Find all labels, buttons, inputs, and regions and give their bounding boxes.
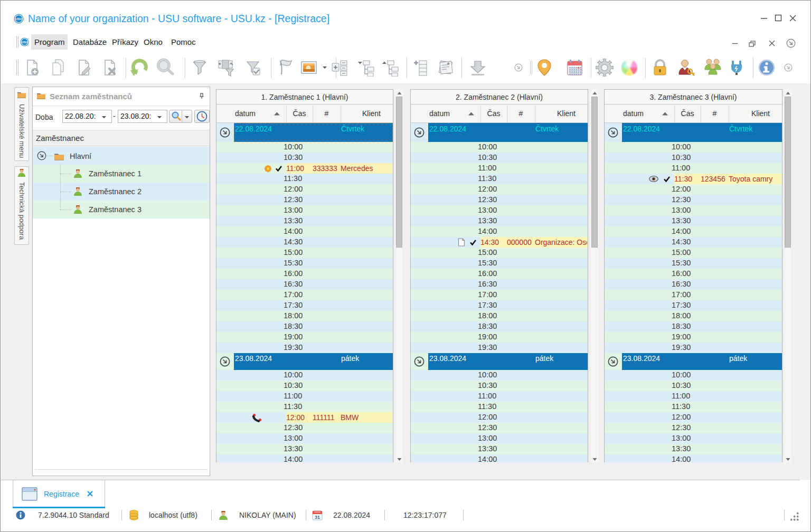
svg-text:31: 31 bbox=[315, 515, 320, 520]
svg-text:USU: USU bbox=[15, 17, 22, 21]
svg-text:USU: USU bbox=[22, 41, 28, 44]
